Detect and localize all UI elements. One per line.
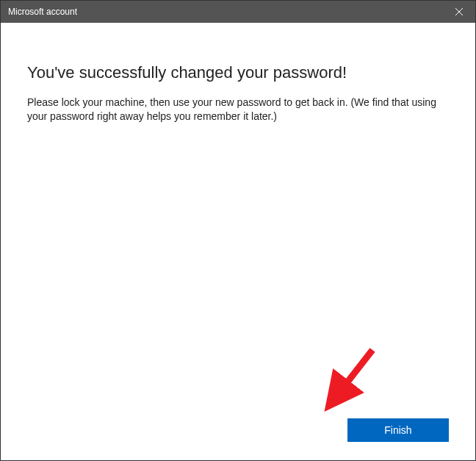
content-area: You've successfully changed your passwor… — [1, 23, 475, 124]
page-heading: You've successfully changed your passwor… — [27, 63, 449, 82]
annotation-arrow — [314, 346, 380, 420]
svg-line-3 — [328, 350, 372, 407]
close-icon — [455, 8, 463, 15]
body-text: Please lock your machine, then use your … — [27, 96, 449, 124]
finish-button[interactable]: Finish — [347, 418, 449, 442]
close-button[interactable] — [442, 1, 475, 23]
window-title: Microsoft account — [8, 7, 77, 17]
titlebar: Microsoft account — [1, 1, 475, 23]
footer: Finish — [347, 418, 449, 442]
